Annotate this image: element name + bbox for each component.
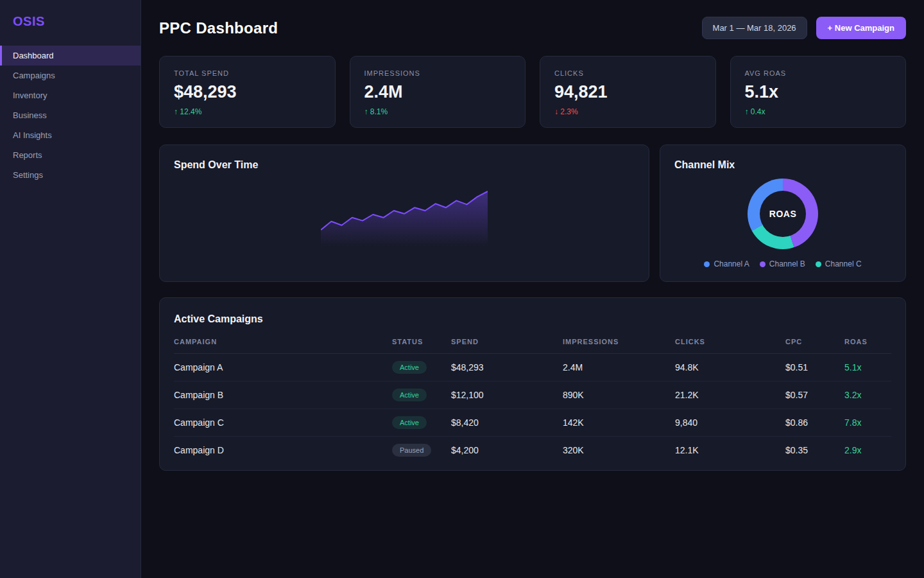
cell-campaign: Campaign B [174, 390, 392, 400]
kpi-value: $48,293 [174, 82, 321, 102]
kpi-delta: ↓ 2.3% [554, 107, 701, 116]
table-header: CAMPAIGN STATUS SPEND IMPRESSIONS CLICKS… [174, 338, 891, 354]
kpi-label: CLICKS [554, 69, 701, 77]
legend-label: Channel B [769, 259, 805, 268]
channel-legend: Channel A Channel B Channel C [674, 259, 891, 268]
sidebar: OSIS Dashboard Campaigns Inventory Busin… [0, 0, 141, 578]
new-campaign-button[interactable]: + New Campaign [816, 17, 906, 39]
sidebar-item-ai-insights[interactable]: AI Insights [0, 125, 141, 145]
status-badge: Active [392, 416, 427, 429]
column-header-spend: SPEND [451, 338, 563, 346]
donut-ring: ROAS [748, 179, 818, 249]
kpi-grid: TOTAL SPEND $48,293 ↑ 12.4% IMPRESSIONS … [159, 56, 906, 128]
spend-line-chart-svg [321, 188, 488, 247]
column-header-clicks: CLICKS [675, 338, 785, 346]
date-range-picker[interactable]: Mar 1 — Mar 18, 2026 [702, 17, 807, 39]
donut-center-label: ROAS [769, 209, 796, 219]
kpi-delta: ↑ 8.1% [364, 107, 511, 116]
legend-label: Channel C [825, 259, 862, 268]
cell-campaign: Campaign A [174, 362, 392, 372]
topbar-actions: Mar 1 — Mar 18, 2026 + New Campaign [702, 17, 906, 39]
legend-dot-channel-b [760, 261, 766, 267]
cell-roas: 5.1x [844, 362, 891, 372]
status-badge: Active [392, 361, 427, 374]
sidebar-item-settings[interactable]: Settings [0, 165, 141, 185]
cell-spend: $48,293 [451, 362, 563, 372]
charts-row: Spend Over Time Channel Mix [159, 144, 906, 282]
cell-spend: $12,100 [451, 390, 563, 400]
table-row[interactable]: Campaign B Active $12,100 890K 21.2K $0.… [174, 381, 891, 409]
legend-item-channel-b: Channel B [760, 259, 805, 268]
sidebar-item-inventory[interactable]: Inventory [0, 85, 141, 105]
kpi-value: 5.1x [745, 82, 892, 102]
app-logo: OSIS [0, 0, 141, 46]
cell-spend: $8,420 [451, 417, 563, 428]
cell-clicks: 12.1K [675, 445, 785, 455]
kpi-label: IMPRESSIONS [364, 69, 511, 77]
cell-cpc: $0.86 [785, 417, 844, 428]
legend-dot-channel-a [704, 261, 710, 267]
kpi-card-total-spend: TOTAL SPEND $48,293 ↑ 12.4% [159, 56, 336, 128]
donut-hole: ROAS [760, 191, 806, 237]
legend-item-channel-c: Channel C [816, 259, 862, 268]
kpi-card-avg-roas: AVG ROAS 5.1x ↑ 0.4x [730, 56, 907, 128]
column-header-campaign: CAMPAIGN [174, 338, 392, 346]
kpi-delta: ↑ 0.4x [745, 107, 892, 116]
sidebar-item-business[interactable]: Business [0, 105, 141, 125]
cell-impressions: 2.4M [563, 362, 675, 372]
column-header-cpc: CPC [785, 338, 844, 346]
channel-mix-title: Channel Mix [674, 159, 891, 171]
kpi-label: AVG ROAS [745, 69, 892, 77]
cell-cpc: $0.35 [785, 445, 844, 455]
cell-roas: 7.8x [844, 417, 891, 428]
status-badge: Paused [392, 444, 431, 457]
sidebar-item-reports[interactable]: Reports [0, 145, 141, 165]
kpi-value: 94,821 [554, 82, 701, 102]
kpi-value: 2.4M [364, 82, 511, 102]
sidebar-item-dashboard[interactable]: Dashboard [0, 46, 141, 66]
table-row[interactable]: Campaign D Paused $4,200 320K 12.1K $0.3… [174, 437, 891, 464]
kpi-label: TOTAL SPEND [174, 69, 321, 77]
cell-campaign: Campaign D [174, 445, 392, 455]
legend-label: Channel A [714, 259, 749, 268]
column-header-impressions: IMPRESSIONS [563, 338, 675, 346]
cell-clicks: 9,840 [675, 417, 785, 428]
cell-impressions: 890K [563, 390, 675, 400]
active-campaigns-title: Active Campaigns [174, 313, 891, 325]
cell-clicks: 21.2K [675, 390, 785, 400]
spend-chart-title: Spend Over Time [174, 159, 635, 171]
main-content: PPC Dashboard Mar 1 — Mar 18, 2026 + New… [141, 0, 924, 487]
cell-status: Active [392, 361, 451, 374]
kpi-delta: ↑ 12.4% [174, 107, 321, 116]
cell-roas: 2.9x [844, 445, 891, 455]
spend-over-time-panel: Spend Over Time [159, 144, 649, 282]
cell-roas: 3.2x [844, 390, 891, 400]
table-row[interactable]: Campaign C Active $8,420 142K 9,840 $0.8… [174, 409, 891, 437]
cell-status: Paused [392, 444, 451, 457]
sidebar-item-campaigns[interactable]: Campaigns [0, 66, 141, 85]
kpi-card-clicks: CLICKS 94,821 ↓ 2.3% [540, 56, 716, 128]
spend-chart [174, 188, 635, 247]
channel-mix-panel: Channel Mix ROAS Channel A Channel B [660, 144, 906, 282]
cell-cpc: $0.57 [785, 390, 844, 400]
kpi-card-impressions: IMPRESSIONS 2.4M ↑ 8.1% [350, 56, 526, 128]
cell-clicks: 94.8K [675, 362, 785, 372]
table-row[interactable]: Campaign A Active $48,293 2.4M 94.8K $0.… [174, 354, 891, 381]
cell-campaign: Campaign C [174, 417, 392, 428]
sidebar-nav: Dashboard Campaigns Inventory Business A… [0, 46, 141, 185]
column-header-status: STATUS [392, 338, 451, 346]
topbar: PPC Dashboard Mar 1 — Mar 18, 2026 + New… [159, 17, 906, 39]
cell-spend: $4,200 [451, 445, 563, 455]
cell-status: Active [392, 389, 451, 401]
active-campaigns-panel: Active Campaigns CAMPAIGN STATUS SPEND I… [159, 297, 906, 471]
spend-area [321, 191, 488, 247]
cell-status: Active [392, 416, 451, 429]
status-badge: Active [392, 389, 427, 401]
cell-impressions: 142K [563, 417, 675, 428]
legend-item-channel-a: Channel A [704, 259, 749, 268]
column-header-roas: ROAS [844, 338, 891, 346]
legend-dot-channel-c [816, 261, 821, 267]
cell-impressions: 320K [563, 445, 675, 455]
donut-chart: ROAS [674, 179, 891, 249]
page-title: PPC Dashboard [159, 19, 278, 37]
